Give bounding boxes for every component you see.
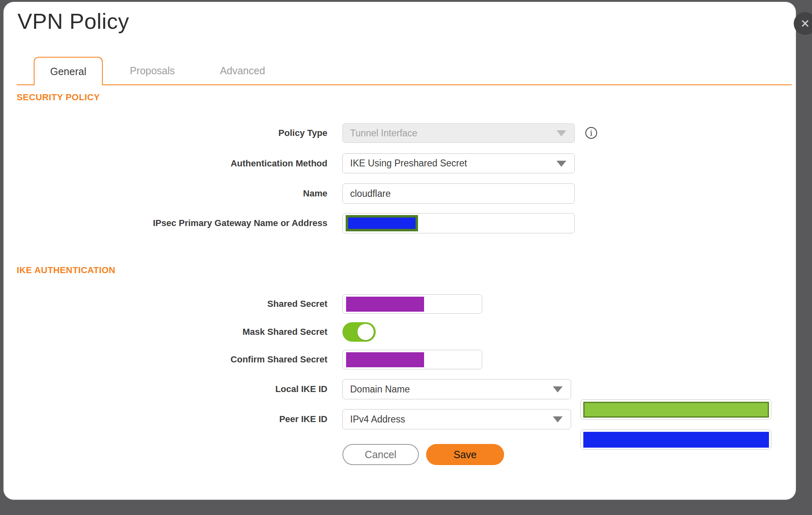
page-title: VPN Policy [17, 9, 129, 34]
mask-shared-secret-label: Mask Shared Secret [4, 322, 327, 342]
gateway-label: IPsec Primary Gateway Name or Address [4, 213, 327, 233]
section-security-policy: SECURITY POLICY [17, 92, 100, 103]
mask-shared-secret-toggle[interactable] [342, 322, 376, 342]
row-shared-secret: Shared Secret [4, 294, 796, 314]
row-local-ike-id: Local IKE ID Domain Name [4, 379, 796, 399]
close-icon: ✕ [800, 17, 810, 30]
confirm-shared-secret-field[interactable] [342, 350, 482, 369]
row-auth-method: Authentication Method IKE Using Preshare… [4, 153, 796, 173]
confirm-shared-secret-label: Confirm Shared Secret [4, 350, 327, 369]
auth-method-label: Authentication Method [4, 153, 327, 173]
row-mask-shared-secret: Mask Shared Secret [4, 322, 796, 342]
gateway-field[interactable] [342, 213, 575, 233]
tab-proposals[interactable]: Proposals [120, 57, 185, 84]
save-button[interactable]: Save [426, 444, 504, 465]
section-ike-authentication: IKE AUTHENTICATION [17, 265, 115, 276]
tab-proposals-label: Proposals [130, 65, 175, 77]
peer-ike-id-select[interactable]: IPv4 Address [342, 409, 571, 429]
peer-ike-id-label: Peer IKE ID [4, 409, 327, 429]
policy-type-value: Tunnel Interface [343, 128, 417, 139]
cancel-button-label: Cancel [365, 449, 396, 461]
policy-type-label: Policy Type [4, 123, 327, 143]
tab-advanced-label: Advanced [220, 65, 265, 77]
toggle-knob [357, 324, 374, 340]
auth-method-select[interactable]: IKE Using Preshared Secret [342, 153, 575, 173]
row-policy-type: Policy Type Tunnel Interface i [4, 123, 796, 143]
vpn-policy-dialog: VPN Policy General Proposals Advanced SE… [3, 2, 796, 500]
local-ike-id-select[interactable]: Domain Name [342, 379, 571, 399]
auth-method-value: IKE Using Preshared Secret [343, 158, 467, 169]
tab-advanced[interactable]: Advanced [210, 57, 275, 84]
chevron-down-icon [556, 130, 566, 136]
tab-general[interactable]: General [34, 57, 103, 85]
peer-ike-id-value: IPv4 Address [343, 414, 405, 425]
name-field[interactable] [343, 184, 574, 203]
local-ike-id-value: Domain Name [343, 384, 410, 395]
close-button[interactable]: ✕ [794, 12, 812, 35]
chevron-down-icon [556, 161, 566, 167]
row-gateway: IPsec Primary Gateway Name or Address [4, 213, 796, 233]
confirm-shared-secret-redacted-value [346, 352, 424, 367]
row-peer-ike-id: Peer IKE ID IPv4 Address [4, 409, 796, 429]
save-button-label: Save [454, 449, 477, 461]
row-name: Name [4, 183, 796, 204]
chevron-down-icon [553, 416, 563, 422]
chevron-down-icon [553, 386, 563, 392]
name-field-box [342, 183, 575, 204]
shared-secret-redacted-value [346, 297, 424, 312]
policy-type-select: Tunnel Interface [342, 123, 575, 143]
tab-underline [17, 84, 792, 85]
row-confirm-shared-secret: Confirm Shared Secret [4, 350, 796, 369]
name-label: Name [4, 183, 327, 204]
info-icon[interactable]: i [585, 127, 597, 139]
shared-secret-field[interactable] [342, 294, 482, 314]
gateway-redacted-value [346, 215, 418, 231]
peer-ike-id-field[interactable] [580, 429, 771, 450]
peer-ike-id-redacted-value [583, 432, 769, 448]
cancel-button[interactable]: Cancel [342, 444, 419, 465]
shared-secret-label: Shared Secret [4, 294, 327, 314]
local-ike-id-label: Local IKE ID [4, 379, 327, 399]
tab-general-label: General [50, 66, 87, 78]
